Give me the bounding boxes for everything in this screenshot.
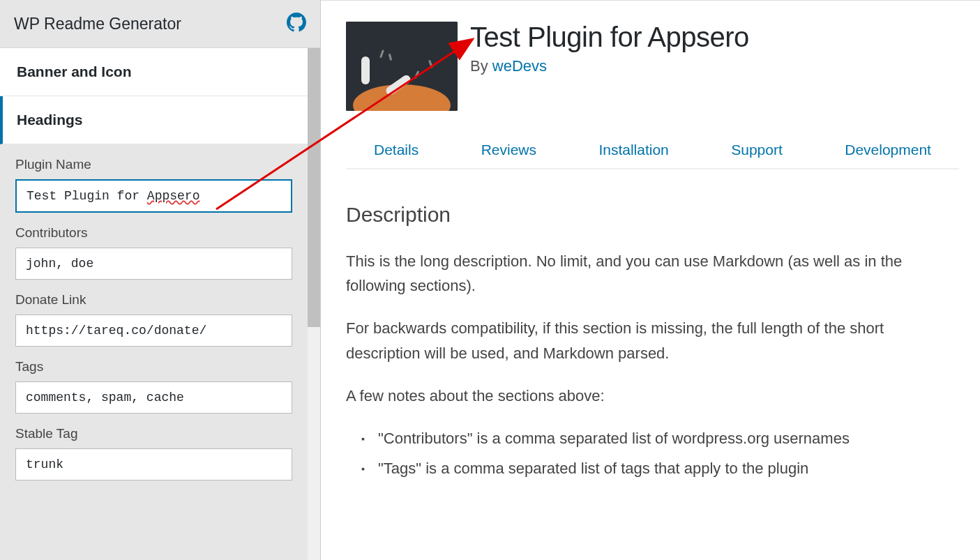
- form-section: Plugin Name Test Plugin for Appsero Cont…: [0, 144, 308, 560]
- plugin-name-input[interactable]: Test Plugin for Appsero: [15, 179, 292, 213]
- app-title: WP Readme Generator: [14, 15, 181, 33]
- github-icon[interactable]: [287, 13, 306, 35]
- contributors-input[interactable]: john, doe: [15, 248, 292, 280]
- description-p1: This is the long description. No limit, …: [346, 249, 959, 298]
- nav-tabs: Details Reviews Installation Support Dev…: [346, 132, 959, 169]
- tab-headings[interactable]: Headings: [0, 96, 308, 144]
- tab-support[interactable]: Support: [731, 132, 783, 168]
- description-p2: For backwards compatibility, if this sec…: [346, 316, 959, 365]
- contributors-label: Contributors: [15, 225, 292, 241]
- scrollbar-thumb[interactable]: [308, 48, 320, 327]
- sidebar: WP Readme Generator Banner and Icon Head…: [0, 0, 321, 560]
- tab-installation[interactable]: Installation: [598, 132, 668, 168]
- svg-rect-2: [361, 56, 370, 84]
- plugin-name-label: Plugin Name: [15, 157, 292, 172]
- plugin-icon: [346, 22, 458, 111]
- tags-input[interactable]: comments, spam, cache: [15, 381, 292, 414]
- scrollbar[interactable]: [308, 48, 320, 560]
- plugin-title: Test Plugin for Appsero: [470, 22, 749, 53]
- list-item: "Tags" is a comma separated list of tags…: [361, 456, 959, 480]
- tab-banner-icon[interactable]: Banner and Icon: [0, 48, 308, 96]
- tags-label: Tags: [15, 359, 292, 374]
- plugin-header: Test Plugin for Appsero By weDevs: [346, 22, 959, 111]
- stable-tag-input[interactable]: trunk: [15, 448, 292, 480]
- tab-reviews[interactable]: Reviews: [481, 132, 536, 168]
- description-p3: A few notes about the sections above:: [346, 384, 959, 408]
- stable-tag-label: Stable Tag: [15, 426, 292, 441]
- donate-link-label: Donate Link: [15, 292, 292, 308]
- list-item: "Contributors" is a comma separated list…: [361, 426, 959, 451]
- sidebar-header: WP Readme Generator: [0, 0, 320, 48]
- donate-link-input[interactable]: https://tareq.co/donate/: [15, 315, 292, 347]
- author-link[interactable]: weDevs: [492, 57, 547, 75]
- plugin-author: By weDevs: [470, 57, 749, 75]
- tab-development[interactable]: Development: [845, 132, 931, 168]
- tab-details[interactable]: Details: [374, 132, 419, 168]
- notes-list: "Contributors" is a comma separated list…: [346, 426, 959, 480]
- preview-pane: Test Plugin for Appsero By weDevs Detail…: [321, 0, 980, 560]
- description-heading: Description: [346, 203, 959, 227]
